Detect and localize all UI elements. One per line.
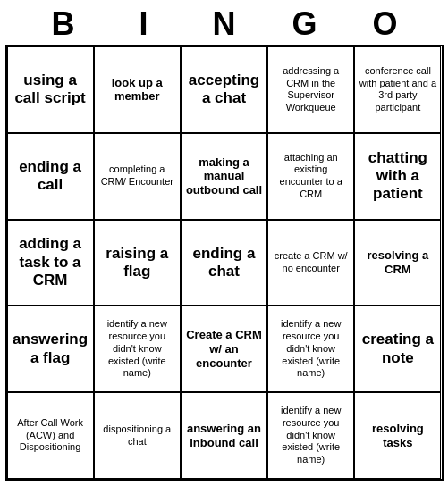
bingo-cell-20[interactable]: After Call Work (ACW) and Dispositioning bbox=[7, 392, 94, 479]
bingo-cell-13[interactable]: create a CRM w/ no encounter bbox=[267, 220, 354, 306]
bingo-cell-12[interactable]: ending a chat bbox=[181, 220, 267, 306]
bingo-cell-8[interactable]: attaching an existing encounter to a CRM bbox=[267, 133, 354, 220]
bingo-cell-10[interactable]: adding a task to a CRM bbox=[7, 220, 94, 306]
bingo-cell-22[interactable]: answering an inbound call bbox=[181, 392, 267, 479]
bingo-cell-6[interactable]: completing a CRM/ Encounter bbox=[94, 133, 181, 220]
bingo-cell-1[interactable]: look up a member bbox=[94, 46, 181, 133]
bingo-cell-14[interactable]: resolving a CRM bbox=[354, 220, 441, 306]
bingo-cell-18[interactable]: identify a new resource you didn't know … bbox=[267, 306, 354, 392]
bingo-cell-7[interactable]: making a manual outbound call bbox=[181, 133, 267, 220]
bingo-cell-21[interactable]: dispositioning a chat bbox=[94, 392, 181, 479]
bingo-cell-2[interactable]: accepting a chat bbox=[181, 46, 267, 133]
letter-n: N bbox=[184, 5, 265, 43]
bingo-cell-15[interactable]: answering a flag bbox=[7, 306, 94, 392]
letter-b: B bbox=[23, 5, 104, 43]
bingo-cell-19[interactable]: creating a note bbox=[354, 306, 441, 392]
bingo-cell-24[interactable]: resolving tasks bbox=[354, 392, 441, 479]
bingo-cell-16[interactable]: identify a new resource you didn't know … bbox=[94, 306, 181, 392]
bingo-cell-3[interactable]: addressing a CRM in the Supervisor Workq… bbox=[267, 46, 354, 133]
bingo-cell-9[interactable]: chatting with a patient bbox=[354, 133, 441, 220]
letter-g: G bbox=[265, 5, 345, 43]
bingo-grid: using a call scriptlook up a memberaccep… bbox=[5, 45, 444, 481]
letter-i: I bbox=[104, 5, 184, 43]
bingo-cell-4[interactable]: conference call with patient and a 3rd p… bbox=[354, 46, 441, 133]
bingo-cell-17[interactable]: Create a CRM w/ an encounter bbox=[181, 306, 267, 392]
bingo-cell-23[interactable]: identify a new resource you didn't know … bbox=[267, 392, 354, 479]
letter-o: O bbox=[345, 5, 426, 43]
bingo-cell-5[interactable]: ending a call bbox=[7, 133, 94, 220]
bingo-header: B I N G O bbox=[0, 0, 448, 45]
bingo-cell-11[interactable]: raising a flag bbox=[94, 220, 181, 306]
bingo-cell-0[interactable]: using a call script bbox=[7, 46, 94, 133]
